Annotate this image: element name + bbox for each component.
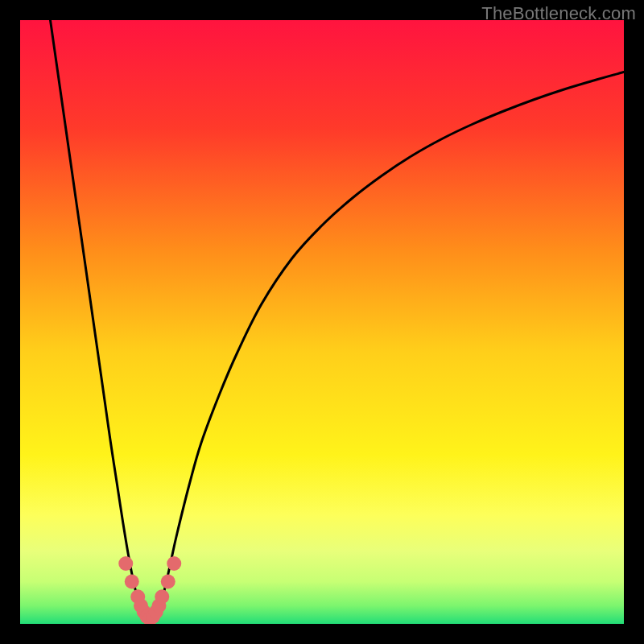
- trough-marker: [161, 575, 175, 589]
- chart-plot-area: [20, 20, 624, 624]
- gradient-background: [20, 20, 624, 624]
- trough-marker: [167, 556, 181, 571]
- trough-marker: [125, 575, 139, 589]
- watermark-text: TheBottleneck.com: [481, 3, 636, 24]
- chart-outer-frame: TheBottleneck.com: [0, 0, 644, 644]
- bottleneck-chart-svg: [20, 20, 624, 624]
- trough-marker: [155, 589, 169, 604]
- trough-marker: [118, 556, 133, 571]
